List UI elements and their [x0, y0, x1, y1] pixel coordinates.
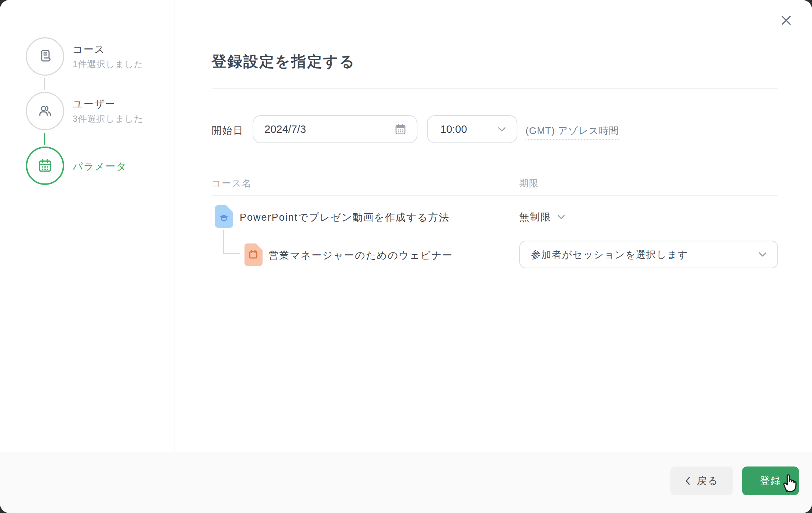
chevron-down-icon	[758, 252, 767, 257]
deadline-value: 無制限	[519, 210, 551, 224]
deadline-dropdown[interactable]: 無制限	[519, 210, 565, 224]
document-icon	[36, 48, 54, 65]
chevron-left-icon	[685, 477, 690, 485]
step-parameters[interactable]	[26, 147, 64, 185]
wizard-stepper-sidebar: コース 1件選択しました ユーザー 3件選択しました	[0, 0, 174, 452]
submit-button-label: 登録	[760, 474, 781, 488]
users-icon	[36, 102, 54, 120]
divider	[212, 88, 778, 89]
step-users-label: ユーザー	[73, 97, 116, 111]
start-time-value: 10:00	[440, 123, 467, 135]
course-name-header: コース名	[212, 177, 252, 189]
step-parameters-label: パラメータ	[73, 160, 127, 173]
stepper-connector	[44, 78, 45, 90]
step-users-status: 3件選択しました	[73, 113, 143, 125]
stepper-connector-active	[44, 133, 45, 145]
registration-settings-dialog: コース 1件選択しました ユーザー 3件選択しました	[0, 0, 812, 513]
divider	[212, 195, 778, 196]
start-date-label: 開始日	[212, 124, 244, 137]
step-courses-label: コース	[73, 43, 105, 56]
step-users[interactable]	[26, 92, 64, 130]
step-courses[interactable]	[26, 37, 64, 76]
chevron-down-icon	[557, 214, 565, 220]
session-title: 営業マネージャーのためのウェビナー	[268, 249, 453, 262]
tree-connector-horizontal	[223, 253, 240, 254]
tree-connector-vertical	[223, 230, 224, 254]
dialog-footer: 戻る 登録	[0, 452, 812, 513]
back-button[interactable]: 戻る	[670, 466, 733, 495]
deadline-header: 期限	[519, 177, 539, 189]
course-file-icon	[215, 205, 233, 229]
course-title: PowerPointでプレゼン動画を作成する方法	[240, 211, 450, 224]
close-icon	[780, 14, 792, 26]
session-deadline-value: 参加者がセッションを選択します	[531, 248, 688, 261]
back-button-label: 戻る	[697, 474, 719, 488]
close-button[interactable]	[775, 10, 797, 31]
step-courses-status: 1件選択しました	[73, 58, 143, 70]
session-deadline-select[interactable]: 参加者がセッションを選択します	[519, 241, 778, 268]
start-date-input[interactable]: 2024/7/3	[253, 115, 417, 143]
start-time-select[interactable]: 10:00	[427, 115, 517, 143]
timezone-link[interactable]: (GMT) アゾレス時間	[525, 124, 619, 140]
submit-button[interactable]: 登録	[742, 466, 799, 495]
page-title: 登録設定を指定する	[212, 51, 355, 72]
calendar-icon[interactable]	[394, 123, 407, 136]
session-file-icon	[244, 243, 263, 268]
start-date-value: 2024/7/3	[264, 123, 306, 135]
chevron-down-icon	[497, 127, 506, 132]
calendar-icon	[36, 156, 54, 175]
